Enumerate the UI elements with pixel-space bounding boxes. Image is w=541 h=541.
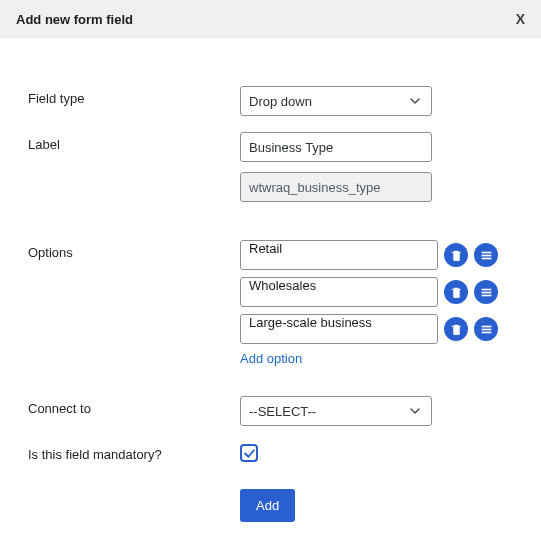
reorder-option-button[interactable]	[474, 243, 498, 267]
row-submit: Add	[28, 479, 513, 522]
field-type-value: Drop down	[249, 94, 312, 109]
field-type-select[interactable]: Drop down	[240, 86, 432, 116]
option-input-2[interactable]: Wholesales	[240, 277, 438, 307]
label-mandatory: Is this field mandatory?	[28, 442, 240, 462]
delete-option-button[interactable]	[444, 280, 468, 304]
modal-header: Add new form field X	[0, 0, 541, 38]
svg-rect-5	[481, 294, 491, 296]
slug-value: wtwraq_business_type	[249, 180, 381, 195]
slug-display: wtwraq_business_type	[240, 172, 432, 202]
mandatory-checkbox[interactable]	[240, 444, 258, 462]
label-input-value: Business Type	[249, 140, 333, 155]
option-row: Retail	[240, 240, 513, 270]
option-row: Large-scale business	[240, 314, 513, 344]
menu-icon	[480, 286, 493, 299]
connect-to-value: --SELECT--	[249, 404, 316, 419]
chevron-down-icon	[407, 93, 423, 109]
label-connect-to: Connect to	[28, 396, 240, 416]
delete-option-button[interactable]	[444, 317, 468, 341]
option-input-3[interactable]: Large-scale business	[240, 314, 438, 344]
svg-rect-0	[481, 251, 491, 253]
svg-rect-6	[481, 325, 491, 327]
trash-icon	[450, 286, 463, 299]
chevron-down-icon	[407, 403, 423, 419]
connect-to-select[interactable]: --SELECT--	[240, 396, 432, 426]
svg-rect-8	[481, 331, 491, 333]
trash-icon	[450, 323, 463, 336]
row-mandatory: Is this field mandatory?	[28, 442, 513, 463]
svg-rect-1	[481, 254, 491, 256]
svg-rect-4	[481, 291, 491, 293]
label-label: Label	[28, 132, 240, 152]
delete-option-button[interactable]	[444, 243, 468, 267]
row-connect-to: Connect to --SELECT--	[28, 396, 513, 426]
option-row: Wholesales	[240, 277, 513, 307]
trash-icon	[450, 249, 463, 262]
reorder-option-button[interactable]	[474, 280, 498, 304]
svg-rect-7	[481, 328, 491, 330]
label-input[interactable]: Business Type	[240, 132, 432, 162]
row-field-type: Field type Drop down	[28, 86, 513, 116]
svg-rect-3	[481, 288, 491, 290]
close-button[interactable]: X	[516, 11, 525, 27]
add-option-link[interactable]: Add option	[240, 351, 513, 366]
label-field-type: Field type	[28, 86, 240, 106]
reorder-option-button[interactable]	[474, 317, 498, 341]
option-input-1[interactable]: Retail	[240, 240, 438, 270]
row-options: Options Retail Wholesales	[28, 240, 513, 366]
check-icon	[243, 447, 256, 460]
menu-icon	[480, 249, 493, 262]
add-button[interactable]: Add	[240, 489, 295, 522]
row-label: Label Business Type wtwraq_business_type	[28, 132, 513, 202]
menu-icon	[480, 323, 493, 336]
label-options: Options	[28, 240, 240, 260]
modal-title: Add new form field	[16, 12, 133, 27]
svg-rect-2	[481, 257, 491, 259]
form-body: Field type Drop down Label Business Type…	[0, 38, 541, 541]
